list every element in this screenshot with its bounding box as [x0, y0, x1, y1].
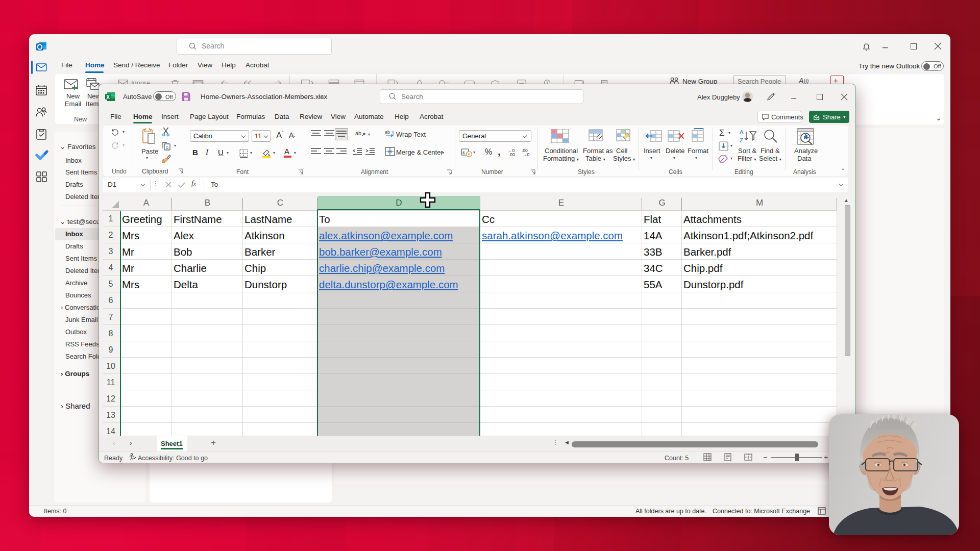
- svg-text:A: A: [740, 129, 744, 135]
- svg-text:→0: →0: [523, 152, 530, 157]
- svg-text:¥: ¥: [468, 152, 471, 157]
- svg-text:$: $: [462, 151, 465, 155]
- svg-text:X: X: [106, 94, 110, 100]
- svg-text:Z: Z: [740, 137, 743, 143]
- svg-text:ab: ab: [385, 130, 390, 135]
- svg-text:ab: ab: [355, 130, 361, 136]
- svg-text:.00: .00: [509, 152, 515, 157]
